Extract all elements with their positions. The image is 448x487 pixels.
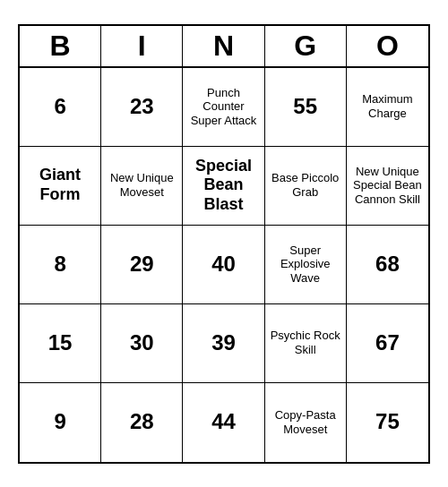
cell-text: 23 <box>130 94 154 120</box>
cell-text: 55 <box>293 94 317 120</box>
cell-text: 15 <box>48 330 73 356</box>
bingo-cell: 9 <box>20 383 101 462</box>
bingo-cell: 23 <box>101 68 183 147</box>
bingo-cell: 44 <box>183 383 264 462</box>
bingo-cell: Copy-Pasta Moveset <box>265 383 347 462</box>
cell-text: 9 <box>54 409 65 435</box>
bingo-cell: Maximum Charge <box>347 68 428 147</box>
cell-text: Copy-Pasta Moveset <box>269 408 342 436</box>
bingo-cell: New Unique Special Bean Cannon Skill <box>347 147 428 226</box>
bingo-cell: 75 <box>347 383 428 462</box>
cell-text: Special Bean Blast <box>186 157 260 215</box>
cell-text: Maximum Charge <box>350 92 425 120</box>
bingo-cell: 68 <box>347 226 428 304</box>
cell-text: 67 <box>375 330 400 356</box>
cell-text: 29 <box>130 252 154 278</box>
cell-text: 44 <box>211 409 236 435</box>
bingo-cell: 15 <box>20 304 101 383</box>
bingo-cell: Base Piccolo Grab <box>265 147 347 226</box>
cell-text: New Unique Moveset <box>105 171 178 199</box>
bingo-header: BINGO <box>20 26 428 68</box>
bingo-grid: 623Punch Counter Super Attack55Maximum C… <box>20 68 428 462</box>
bingo-card: BINGO 623Punch Counter Super Attack55Max… <box>18 24 430 464</box>
bingo-cell: 39 <box>183 304 264 383</box>
bingo-cell: Super Explosive Wave <box>265 226 347 304</box>
bingo-cell: Special Bean Blast <box>183 147 264 226</box>
cell-text: 28 <box>130 409 154 435</box>
cell-text: New Unique Special Bean Cannon Skill <box>350 165 425 207</box>
bingo-cell: 28 <box>101 383 183 462</box>
header-letter: N <box>183 26 264 66</box>
bingo-cell: 55 <box>265 68 347 147</box>
cell-text: 39 <box>211 330 236 356</box>
bingo-cell: New Unique Moveset <box>101 147 183 226</box>
cell-text: 30 <box>130 330 154 356</box>
header-letter: B <box>20 26 101 66</box>
bingo-cell: 30 <box>101 304 183 383</box>
cell-text: 6 <box>54 94 65 120</box>
cell-text: 75 <box>375 409 400 435</box>
cell-text: Super Explosive Wave <box>269 244 342 286</box>
cell-text: Base Piccolo Grab <box>269 171 342 199</box>
bingo-cell: 67 <box>347 304 428 383</box>
header-letter: O <box>347 26 428 66</box>
bingo-cell: Punch Counter Super Attack <box>183 68 264 147</box>
cell-text: Giant Form <box>23 166 97 204</box>
header-letter: G <box>265 26 347 66</box>
header-letter: I <box>101 26 183 66</box>
bingo-cell: Psychic Rock Skill <box>265 304 347 383</box>
cell-text: 8 <box>54 252 65 278</box>
bingo-cell: 40 <box>183 226 264 304</box>
bingo-cell: 6 <box>20 68 101 147</box>
bingo-cell: Giant Form <box>20 147 101 226</box>
cell-text: Punch Counter Super Attack <box>186 86 260 128</box>
cell-text: 40 <box>211 252 236 278</box>
bingo-cell: 29 <box>101 226 183 304</box>
bingo-cell: 8 <box>20 226 101 304</box>
cell-text: Psychic Rock Skill <box>269 329 342 356</box>
cell-text: 68 <box>375 252 400 278</box>
